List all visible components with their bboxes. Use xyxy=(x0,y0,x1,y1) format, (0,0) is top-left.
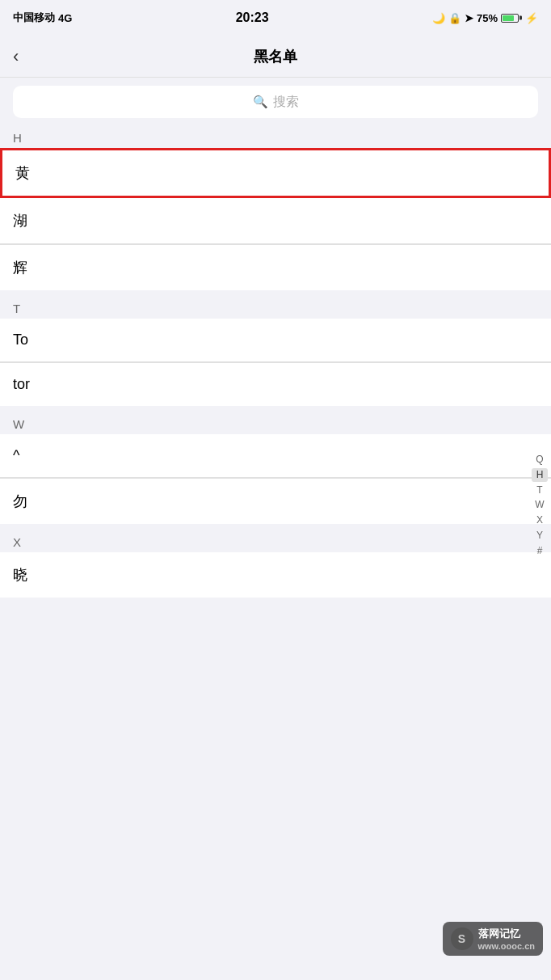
watermark-name: 落网记忆 xyxy=(478,927,536,941)
item-name-tor: tor xyxy=(13,376,30,392)
item-name-huang: 黄 xyxy=(15,165,30,181)
list-section-h: 黄 湖 辉 xyxy=(0,148,551,290)
index-item-y[interactable]: Y xyxy=(532,529,548,543)
status-left: 中国移动 4G xyxy=(13,11,72,25)
watermark-icon: S xyxy=(451,927,473,950)
list-section-x: 晓 xyxy=(0,552,551,598)
index-item-q[interactable]: Q xyxy=(532,453,548,467)
moon-icon: 🌙 xyxy=(432,12,445,24)
search-bar[interactable]: 🔍 搜索 xyxy=(13,86,538,118)
list-item-caret[interactable]: ^ xyxy=(0,434,551,478)
index-sidebar: Q H T W X Y # xyxy=(532,453,548,558)
list-section-w: ^ 勿 xyxy=(0,434,551,524)
battery-fill xyxy=(503,15,514,21)
search-placeholder: 搜索 xyxy=(273,94,299,111)
section-w: W ^ 勿 xyxy=(0,412,551,524)
list-section-t: To tor xyxy=(0,319,551,406)
section-header-t: T xyxy=(0,297,551,319)
page-title: 黑名单 xyxy=(254,47,297,66)
search-icon: 🔍 xyxy=(253,95,268,109)
item-name-hu: 湖 xyxy=(13,213,27,229)
item-name-wu: 勿 xyxy=(13,493,27,509)
divider-wx xyxy=(0,524,551,530)
watermark: S 落网记忆 www.oooc.cn xyxy=(443,922,544,956)
index-item-h[interactable]: H xyxy=(532,468,548,482)
list-item-xiao[interactable]: 晓 xyxy=(0,552,551,598)
section-header-w: W xyxy=(0,412,551,434)
battery-icon xyxy=(501,14,519,23)
list-item-huang[interactable]: 黄 xyxy=(0,148,551,198)
index-item-t[interactable]: T xyxy=(532,484,548,497)
list-item-to[interactable]: To xyxy=(0,319,551,362)
list-item-hu[interactable]: 湖 xyxy=(0,198,551,244)
nav-bar: ‹ 黑名单 xyxy=(0,36,551,78)
divider-tw xyxy=(0,406,551,412)
item-name-to: To xyxy=(13,332,28,348)
charging-icon: ⚡ xyxy=(525,12,538,24)
watermark-text-block: 落网记忆 www.oooc.cn xyxy=(478,927,536,951)
index-item-x[interactable]: X xyxy=(532,513,548,527)
status-right: 🌙 🔒 ➤ 75% ⚡ xyxy=(432,12,538,24)
status-bar: 中国移动 4G 20:23 🌙 🔒 ➤ 75% ⚡ xyxy=(0,0,551,36)
list-item-tor[interactable]: tor xyxy=(0,363,551,406)
section-header-x: X xyxy=(0,530,551,552)
back-button[interactable]: ‹ xyxy=(13,46,19,67)
section-t: T To tor xyxy=(0,297,551,406)
index-item-hash[interactable]: # xyxy=(532,544,548,558)
battery-percent: 75% xyxy=(477,12,498,24)
section-x: X 晓 xyxy=(0,530,551,598)
item-name-caret: ^ xyxy=(13,447,19,463)
divider-ht xyxy=(0,290,551,297)
item-name-hui: 辉 xyxy=(13,260,27,276)
item-name-xiao: 晓 xyxy=(13,567,27,583)
list-item-hui[interactable]: 辉 xyxy=(0,245,551,290)
search-container: 🔍 搜索 xyxy=(0,78,551,126)
lock-icon: 🔒 xyxy=(448,12,461,24)
network-label: 4G xyxy=(58,12,72,24)
section-h: H 黄 湖 辉 xyxy=(0,126,551,290)
section-header-h: H xyxy=(0,126,551,148)
status-time: 20:23 xyxy=(236,11,269,25)
watermark-url: www.oooc.cn xyxy=(478,941,536,951)
index-item-w[interactable]: W xyxy=(532,498,548,512)
location-icon: ➤ xyxy=(465,12,473,24)
carrier-label: 中国移动 xyxy=(13,11,55,25)
list-item-wu[interactable]: 勿 xyxy=(0,479,551,524)
watermark-icon-letter: S xyxy=(458,932,465,945)
